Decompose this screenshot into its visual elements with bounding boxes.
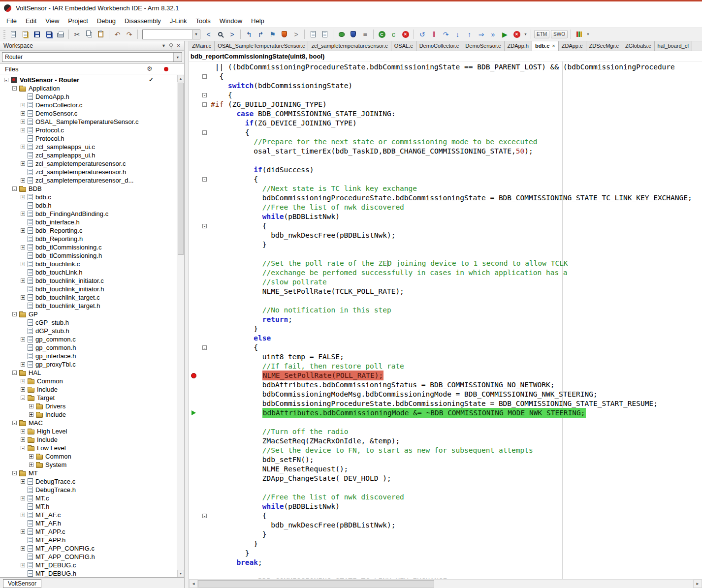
- fold-collapse-icon[interactable]: -: [202, 102, 207, 107]
- expand-box-icon[interactable]: +: [21, 228, 25, 233]
- breakpoint-margin[interactable]: [189, 436, 199, 446]
- menu-project[interactable]: Project: [64, 15, 92, 27]
- find-next-button[interactable]: >: [226, 29, 238, 40]
- tree-item[interactable]: +zcl_sampletemperaturesensor.c: [0, 159, 184, 168]
- breakpoint-margin[interactable]: [189, 446, 199, 455]
- tab-demosensor-c[interactable]: DemoSensor.c: [462, 41, 504, 51]
- collapse-box-icon[interactable]: -: [12, 371, 17, 375]
- tree-item[interactable]: bdb.h: [0, 201, 184, 210]
- undo-button[interactable]: ↶: [112, 29, 123, 40]
- tree-item[interactable]: +MT_DEBUG.c: [0, 561, 184, 569]
- breakpoint-margin[interactable]: [189, 249, 199, 259]
- collapse-box-icon[interactable]: -: [4, 78, 8, 82]
- tree-item[interactable]: gp_common.h: [0, 343, 184, 352]
- expand-box-icon[interactable]: +: [21, 513, 25, 517]
- breakpoint-margin[interactable]: [189, 137, 199, 147]
- collapse-box-icon[interactable]: -: [12, 86, 17, 91]
- fold-collapse-icon[interactable]: -: [202, 514, 207, 518]
- breakpoint-margin[interactable]: [189, 474, 199, 483]
- scroll-down-icon[interactable]: ▼: [177, 570, 184, 577]
- collapse-box-icon[interactable]: -: [12, 312, 17, 316]
- tab-zdapp-c[interactable]: ZDApp.c: [559, 41, 586, 51]
- tab-osal-c[interactable]: OSAL.c: [391, 41, 416, 51]
- open-header-source-button[interactable]: [307, 29, 319, 40]
- code-text[interactable]: //Set the poll rate of the ZED joining d…: [211, 259, 568, 268]
- breakpoint-margin[interactable]: [189, 231, 199, 240]
- tree-item[interactable]: +Include: [0, 410, 184, 419]
- code-text[interactable]: bdbCommissioningProcedureState.bdbCommis…: [211, 399, 658, 408]
- expand-box-icon[interactable]: +: [21, 496, 25, 500]
- tree-item[interactable]: cGP_stub.h: [0, 318, 184, 327]
- menu-file[interactable]: File: [2, 15, 21, 27]
- gear-icon[interactable]: ⚙: [147, 65, 153, 72]
- menu-help[interactable]: Help: [247, 15, 269, 27]
- collapse-box-icon[interactable]: -: [12, 421, 17, 425]
- tree-item[interactable]: +bdb_touchlink_target.c: [0, 293, 184, 302]
- code-text[interactable]: //Set the device to FN, to start as new …: [211, 446, 533, 455]
- close-tab-icon[interactable]: ×: [552, 43, 555, 51]
- tree-item[interactable]: -Application: [0, 84, 184, 93]
- cstat-button[interactable]: c: [388, 29, 399, 40]
- breakpoint-margin[interactable]: [189, 362, 199, 371]
- cut-button[interactable]: ✂: [71, 29, 83, 40]
- expand-box-icon[interactable]: +: [21, 337, 25, 341]
- expand-box-icon[interactable]: +: [21, 362, 25, 367]
- editor-hscrollbar[interactable]: ◄ ►: [189, 579, 702, 588]
- code-text[interactable]: {: [211, 511, 267, 521]
- code-text[interactable]: }: [211, 324, 258, 334]
- tree-item[interactable]: bdb_touchLink.h: [0, 268, 184, 277]
- tree-item[interactable]: +MT_AF.c: [0, 511, 184, 519]
- breakpoint-margin[interactable]: [189, 221, 199, 231]
- expand-box-icon[interactable]: +: [29, 454, 33, 459]
- tree-item[interactable]: +bdb_Reporting.c: [0, 226, 184, 235]
- toggle-bookmark-button[interactable]: ⚑: [267, 29, 278, 40]
- breakpoint-margin[interactable]: [189, 390, 199, 399]
- chevron-down-icon[interactable]: ▼: [173, 53, 182, 62]
- code-text[interactable]: //Free the list of nwk discovered: [211, 493, 404, 502]
- expand-box-icon[interactable]: +: [21, 479, 25, 484]
- expand-box-icon[interactable]: +: [21, 546, 25, 551]
- collapse-box-icon[interactable]: -: [21, 396, 25, 400]
- breakpoint-margin[interactable]: [189, 380, 199, 390]
- workspace-bottom-tab[interactable]: VoltSensor: [3, 579, 41, 588]
- fold-collapse-icon[interactable]: -: [202, 345, 207, 350]
- power-log-dropdown[interactable]: ▼: [585, 32, 591, 36]
- breakpoint-margin[interactable]: [189, 100, 199, 109]
- step-out-button[interactable]: ↑: [464, 29, 475, 40]
- tab-hal-board-cf[interactable]: hal_board_cf: [655, 41, 693, 51]
- code-text[interactable]: NLME_ResetRequest();: [211, 464, 348, 474]
- code-text[interactable]: //exchange be perfomed successfully in c…: [211, 268, 568, 278]
- tree-item[interactable]: bdb_touchlink_target.h: [0, 302, 184, 310]
- expand-box-icon[interactable]: +: [21, 437, 25, 442]
- expand-box-icon[interactable]: +: [21, 529, 25, 534]
- fold-collapse-icon[interactable]: -: [202, 93, 207, 97]
- code-text[interactable]: NLME_SetPollRate(TCLK_POLL_RATE);: [211, 287, 404, 296]
- breakpoint-margin[interactable]: [189, 175, 199, 184]
- breakpoint-margin[interactable]: [189, 81, 199, 91]
- expand-box-icon[interactable]: +: [21, 178, 25, 183]
- tab-bdb-c[interactable]: bdb.c×: [532, 41, 559, 51]
- code-text[interactable]: while(pBDBListNwk): [211, 502, 340, 511]
- breakpoint-margin[interactable]: [189, 259, 199, 268]
- step-over-button[interactable]: ↷: [440, 29, 451, 40]
- code-text[interactable]: //Free the list of nwk discovered: [211, 203, 404, 212]
- tree-item[interactable]: -Low Level: [0, 444, 184, 452]
- menu-jlink[interactable]: J-Link: [165, 15, 191, 27]
- scroll-up-icon[interactable]: ▲: [177, 75, 184, 82]
- breakpoint-margin[interactable]: [189, 184, 199, 193]
- code-text[interactable]: #if (ZG_BUILD_JOINING_TYPE): [211, 100, 327, 109]
- tree-item[interactable]: +zcl_sampleapps_ui.c: [0, 143, 184, 151]
- fold-collapse-icon[interactable]: -: [202, 130, 207, 135]
- tree-item[interactable]: -VoltSensor - Router✓: [0, 76, 184, 84]
- tree-item[interactable]: bdb_interface.h: [0, 218, 184, 226]
- code-text[interactable]: {: [211, 343, 258, 352]
- expand-box-icon[interactable]: +: [21, 111, 25, 116]
- breakpoint-margin[interactable]: [189, 427, 199, 436]
- stop-build-button[interactable]: ×: [400, 29, 411, 40]
- copy-button[interactable]: [83, 29, 95, 40]
- breakpoint-margin[interactable]: [189, 296, 199, 306]
- tree-item[interactable]: MT_APP_CONFIG.h: [0, 553, 184, 561]
- navigate-backward-button[interactable]: ↰: [243, 29, 255, 40]
- menu-disassembly[interactable]: Disassembly: [120, 15, 165, 27]
- code-text[interactable]: }: [211, 240, 267, 249]
